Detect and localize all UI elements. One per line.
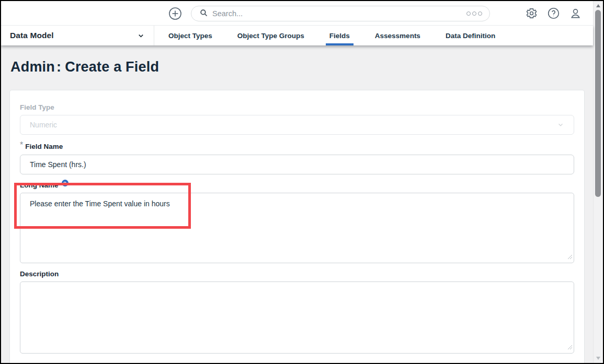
tab-object-type-groups[interactable]: Object Type Groups [225, 26, 317, 45]
long-name-help-icon[interactable]: ? [62, 180, 69, 186]
main-column: Data Model Object Types Object Type Grou… [1, 1, 593, 363]
field-name-label: * Field Name [20, 142, 574, 151]
help-question-icon[interactable] [548, 7, 560, 19]
long-name-label-text: Long Name [20, 181, 59, 189]
vertical-scrollbar[interactable] [593, 1, 603, 363]
field-name-label-text: Field Name [25, 143, 63, 150]
create-field-form: Field Type Numeric * Field Name [9, 90, 585, 363]
page-title-separator: : [56, 59, 61, 75]
page-title-prefix: Admin [10, 59, 55, 75]
field-type-label: Field Type [20, 103, 574, 111]
search-icon [199, 8, 208, 19]
tab-assessments[interactable]: Assessments [362, 26, 433, 45]
add-plus-icon[interactable] [168, 7, 182, 20]
chevron-down-icon [557, 121, 564, 128]
user-profile-icon[interactable] [569, 7, 582, 19]
field-type-group: Field Type Numeric [20, 103, 574, 135]
field-name-input[interactable] [20, 155, 574, 174]
tab-list: Object Types Object Type Groups Fields A… [154, 26, 508, 45]
page-title: Admin:Create a Field [10, 59, 584, 75]
long-name-textarea[interactable]: Please enter the Time Spent value in hou… [20, 193, 574, 263]
tab-object-types[interactable]: Object Types [156, 26, 225, 45]
description-group: Description [20, 270, 574, 354]
top-bar [1, 1, 593, 26]
module-selector-dropdown[interactable]: Data Model [1, 26, 154, 45]
page-content: Admin:Create a Field Field Type Numeric [1, 45, 593, 363]
page-title-text: Create a Field [65, 59, 159, 75]
tab-fields[interactable]: Fields [317, 26, 362, 45]
search-bar[interactable] [191, 6, 490, 21]
required-asterisk: * [20, 140, 23, 150]
app-window: Data Model Object Types Object Type Grou… [0, 0, 604, 364]
field-name-group: * Field Name [20, 142, 574, 174]
long-name-group: Long Name ? Please enter the Time Spent … [20, 181, 574, 263]
scroll-up-arrow-icon[interactable] [596, 4, 600, 7]
chevron-down-icon [137, 32, 145, 40]
field-type-select: Numeric [20, 115, 574, 135]
search-input[interactable] [212, 9, 462, 18]
settings-gear-icon[interactable] [526, 7, 538, 19]
description-label: Description [20, 270, 574, 278]
tab-data-definition[interactable]: Data Definition [433, 26, 508, 45]
description-textarea[interactable] [20, 281, 574, 354]
long-name-label: Long Name ? [20, 181, 574, 189]
scrollbar-thumb[interactable] [595, 10, 601, 197]
search-overflow-icon[interactable] [466, 11, 482, 16]
scroll-down-arrow-icon[interactable] [596, 357, 600, 360]
module-selector-label: Data Model [10, 31, 54, 40]
module-nav-bar: Data Model Object Types Object Type Grou… [1, 26, 593, 45]
field-type-value: Numeric [30, 121, 57, 129]
